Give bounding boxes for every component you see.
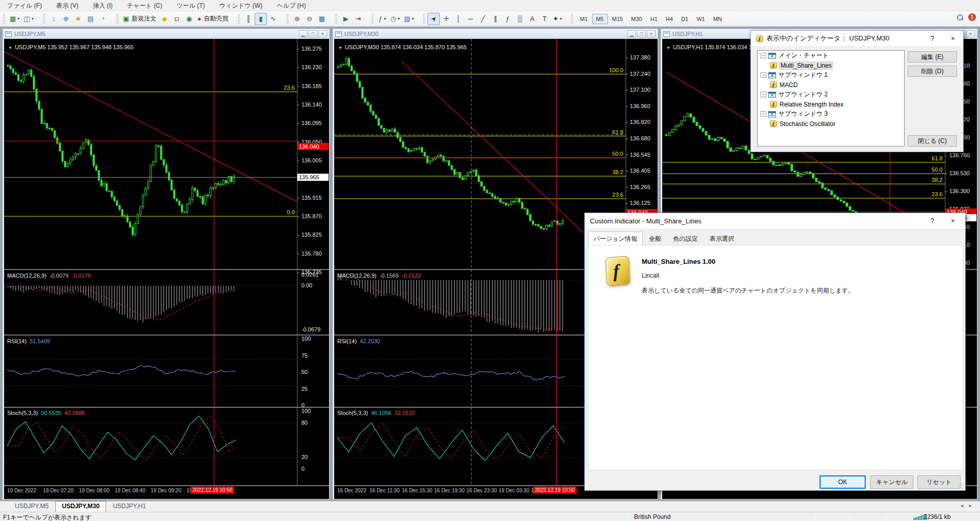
menu-item-3[interactable]: チャート (C) [120, 0, 170, 11]
zoom-out-button[interactable]: ⊖ [303, 13, 316, 25]
strategy-tester-button[interactable]: ◔ [97, 13, 109, 25]
profiles-button[interactable]: ◫▾ [22, 13, 35, 25]
signals-button[interactable]: ◉ [183, 13, 195, 25]
search-icon[interactable] [957, 14, 963, 20]
timeframe-d1-button[interactable]: D1 [677, 14, 692, 24]
window-titlebar[interactable]: USDJPY,M30▁□× [333, 29, 658, 39]
navigator-button[interactable]: ★ [72, 13, 85, 25]
data-window-button[interactable]: ⊕ [60, 13, 72, 25]
close-button[interactable]: 閉じる (C) [908, 135, 957, 147]
tree-leaf[interactable]: ƒMulti_Share_Lines [758, 60, 904, 70]
restore-button[interactable]: □ [637, 30, 646, 37]
close-icon[interactable]: × [943, 213, 963, 228]
chart-tab-usdjpy-m5[interactable]: USDJPY,M5 [8, 501, 55, 512]
tile-windows-button[interactable]: ▦ [316, 13, 328, 25]
chart-tab-usdjpy-h1[interactable]: USDJPY,H1 [106, 501, 152, 512]
window-titlebar[interactable]: USDJPY,M5▁□× [3, 29, 329, 39]
horizontal-line-button[interactable]: ─ [464, 13, 477, 25]
chart-canvas[interactable]: 136.275136.230136.185136.140136.095136.0… [4, 39, 329, 499]
menu-item-4[interactable]: ツール (T) [170, 0, 212, 11]
timeframe-h4-button[interactable]: H4 [662, 14, 677, 24]
close-button[interactable]: × [318, 30, 327, 37]
timeframe-h1-button[interactable]: H1 [646, 14, 662, 24]
indicators-list-button[interactable]: ƒ▾ [376, 13, 389, 25]
tree-leaf[interactable]: ƒStochastic Oscillator [758, 119, 904, 129]
ohlc-readout[interactable]: ▼USDJPY,M5 135.952 135.967 135.948 135.9… [8, 44, 134, 50]
tree-leaf[interactable]: ƒMACD [758, 80, 904, 90]
help-button[interactable]: ? [922, 213, 943, 228]
help-button[interactable]: ? [922, 31, 943, 46]
tree-node-2[interactable]: −サブウィンドウ 2 [758, 90, 904, 99]
delete-button[interactable]: 削除 (D) [908, 66, 957, 77]
crosshair-button[interactable]: ✛ [440, 13, 452, 25]
chart-tab-usdjpy-m30[interactable]: USDJPY,M30 [55, 501, 106, 512]
new-order-button[interactable]: ▣新規注文 [121, 13, 158, 25]
timeframe-m15-button[interactable]: M15 [608, 14, 627, 24]
tree-expand-icon[interactable]: − [761, 92, 766, 97]
zoom-in-button[interactable]: ⊕ [291, 13, 303, 25]
edit-button[interactable]: 編集 (E) [908, 51, 957, 62]
tab-色の設定[interactable]: 色の設定 [667, 232, 703, 246]
new-order-icon: ▣ [123, 15, 129, 22]
minimize-button[interactable]: ▁ [627, 30, 636, 37]
menu-item-2[interactable]: 挿入 (I) [86, 0, 120, 11]
close-button[interactable]: × [966, 30, 975, 37]
tab-scroll-arrows[interactable]: ◄► [959, 503, 977, 508]
notification-badge[interactable]: 1 [968, 13, 976, 21]
close-icon[interactable]: × [943, 31, 963, 46]
tab-全般[interactable]: 全般 [643, 232, 667, 246]
ok-button[interactable]: OK [820, 475, 866, 489]
tab-バージョン情報[interactable]: バージョン情報 [588, 232, 643, 246]
templates-button[interactable]: ▨▾ [402, 13, 416, 25]
market-watch-button[interactable]: ↕ [48, 13, 60, 25]
text-label-button[interactable]: T [538, 13, 550, 25]
tree-expand-icon[interactable]: − [761, 111, 766, 117]
timeframe-w1-button[interactable]: W1 [692, 14, 709, 24]
menu-item-1[interactable]: 表示 (V) [49, 0, 86, 11]
periods-button[interactable]: ◷▾ [389, 13, 402, 25]
minimize-button[interactable]: ▁ [299, 30, 308, 37]
ohlc-readout[interactable]: ▼USDJPY,M30 135.874 136.034 135.870 135.… [338, 44, 467, 50]
tree-node-3[interactable]: −サブウィンドウ 3 [758, 109, 904, 119]
bar-chart-button[interactable]: ║ [242, 13, 255, 25]
menu-item-0[interactable]: ファイル (F) [0, 0, 49, 11]
cursor-button[interactable]: ➤ [427, 13, 440, 25]
timeframe-m5-button[interactable]: M5 [592, 14, 608, 24]
timeframe-m30-button[interactable]: M30 [627, 14, 646, 24]
terminal-button[interactable]: ▤ [85, 13, 97, 25]
fibonacci-retracement-button[interactable]: ƒ [501, 13, 514, 25]
menu-item-5[interactable]: ウィンドウ (W) [212, 0, 270, 11]
close-button[interactable]: × [647, 30, 656, 37]
tree-node-0[interactable]: −メイン・チャート [758, 51, 904, 60]
tab-表示選択[interactable]: 表示選択 [704, 232, 740, 246]
cancel-button[interactable]: キャンセル [870, 475, 913, 489]
tree-leaf[interactable]: ƒRelative Strength Index [758, 99, 904, 109]
price-axis-label: 136.760 [949, 152, 970, 158]
equidistant-channel-button[interactable]: ∥ [489, 13, 501, 25]
text-button[interactable]: A [526, 13, 538, 25]
vertical-line-button[interactable]: │ [452, 13, 464, 25]
market-button[interactable]: ◘ [171, 13, 183, 25]
timeframe-mn-button[interactable]: MN [709, 14, 726, 24]
new-chart-button[interactable]: ▦▾ [8, 13, 22, 25]
toolbar-group-5: ▶⇥ [338, 12, 366, 26]
tree-expand-icon[interactable]: − [761, 53, 766, 58]
restore-button[interactable]: □ [309, 30, 317, 37]
indicators-tree[interactable]: −メイン・チャートƒMulti_Share_Lines−サブウィンドウ 1ƒMA… [757, 50, 905, 147]
auto-scroll-button[interactable]: ▶ [340, 13, 352, 25]
timeframe-m1-button[interactable]: M1 [576, 14, 591, 24]
tree-expand-icon[interactable]: − [761, 72, 766, 78]
tree-node-1[interactable]: −サブウィンドウ 1 [758, 70, 904, 80]
menu-item-6[interactable]: ヘルプ (H) [270, 0, 313, 11]
candlestick-chart-button[interactable]: ▮ [255, 13, 267, 25]
grid-objects-button[interactable]: ▒ [514, 13, 526, 25]
resize-grip[interactable] [958, 484, 964, 489]
chart-shift-button[interactable]: ⇥ [352, 13, 364, 25]
trendline-button[interactable]: ╱ [477, 13, 489, 25]
arrows-button[interactable]: ✦▾ [550, 13, 564, 25]
line-chart-button[interactable]: ∿ [267, 13, 279, 25]
custom-dialog-titlebar[interactable]: Custom Indicator - Multi_Share_Lines [585, 213, 965, 228]
metaeditor-button[interactable]: ◆ [158, 13, 171, 25]
auto-trading-button[interactable]: ●自動売買 [195, 13, 231, 25]
reset-button[interactable]: リセット [917, 475, 961, 489]
